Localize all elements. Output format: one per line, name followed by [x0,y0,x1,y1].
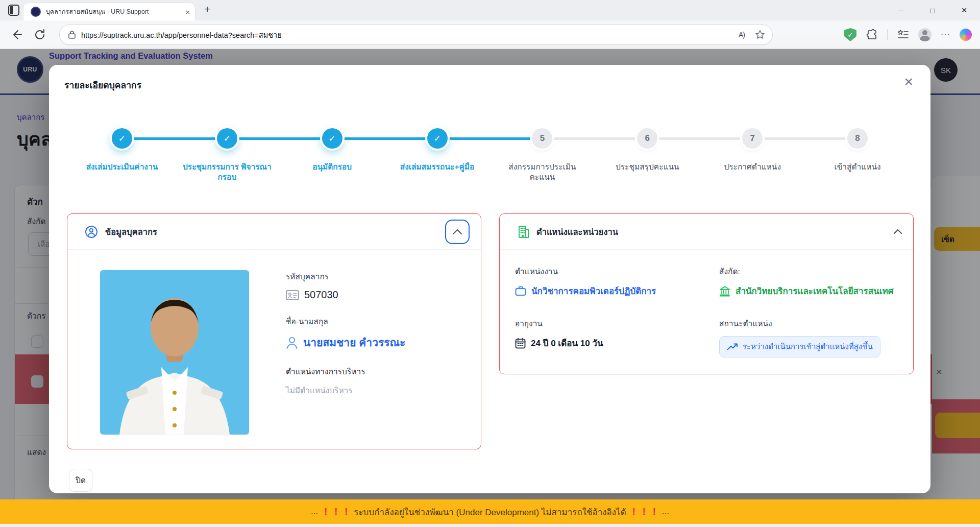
stepper-step-8: 8 เข้าสู่ตำแหน่ง [805,128,910,182]
step-label: ประชุมกรรมการ พิจารณากรอบ [182,162,272,182]
window-minimize-button[interactable]: ─ [885,0,917,20]
step-number: 7 [750,133,754,143]
modal-title: รายละเอียดบุคลากร [64,78,141,92]
tenure-value: 24 ปี 0 เดือน 10 วัน [531,336,603,350]
step-label: เข้าสู่ตำแหน่ง [834,162,880,172]
adblock-shield-icon[interactable]: ✓ [844,28,856,41]
step-circle: 7 [742,128,763,149]
personnel-name-value: นายสมชาย คำวรรณะ [303,334,405,351]
modal-close-button[interactable]: ปิด [69,469,92,492]
banner-suffix: ... [662,507,669,517]
exclamation-icon: ! [653,507,656,517]
step-label: ส่งเล่มประเมินค่างาน [86,162,158,172]
site-favicon-icon [31,7,41,17]
personnel-id-label: รหัสบุคลากร [286,270,405,283]
position-unit-card: ตำแหน่งและหน่วยงาน ตำแหน่งงาน นักวิชาการ… [499,213,914,374]
step-number: 6 [645,133,650,143]
exclamation-icon: ! [345,507,348,517]
back-icon[interactable] [9,28,23,42]
job-position-value: นักวิชาการคอมพิวเตอร์ปฏิบัติการ [531,284,656,298]
affiliation-label: สังกัด: [719,265,899,278]
favorite-star-icon[interactable] [755,30,765,40]
stepper-step-1: ✓ ส่งเล่มประเมินค่างาน [69,128,175,182]
calendar-icon [515,338,526,349]
personnel-photo [100,270,249,435]
profile-avatar-icon[interactable] [918,28,932,41]
tab-strip: บุคลากรสายสนับสนุน - URU Support × + ─ □… [0,0,980,20]
exclamation-icon: ! [632,507,635,517]
person-circle-icon [85,225,98,238]
tab-title: บุคลากรสายสนับสนุน - URU Support [46,7,173,17]
personnel-name-field: ชื่อ-นามสกุล นายสมชาย คำวรรณะ [286,315,405,351]
position-status-label: สถานะตำแหน่ง [719,317,899,330]
workspaces-icon[interactable] [8,5,19,16]
stepper-step-7: 7 ประกาศตำแหน่ง [700,128,805,182]
browser-toolbar: https://suptrack.uru.ac.th/app/personnel… [0,20,980,49]
check-icon: ✓ [433,133,440,144]
lock-icon [68,30,76,39]
stepper-step-2: ✓ ประชุมกรรมการ พิจารณากรอบ [175,128,280,182]
progress-stepper: ✓ ส่งเล่มประเมินค่างาน ✓ ประชุมกรรมการ พ… [69,128,910,182]
banner-prefix: ... [311,507,318,517]
personnel-info-card: ข้อมูลบุคลากร [67,213,481,449]
exclamation-icon: ! [324,507,327,517]
briefcase-icon [515,285,526,296]
step-circle: 5 [532,128,552,149]
step-label: ประกาศตำแหน่ง [724,162,781,172]
check-icon: ✓ [224,133,231,144]
url-bar[interactable]: https://suptrack.uru.ac.th/app/personnel… [59,25,773,45]
exclamation-icon: ! [643,507,646,517]
admin-position-field: ตำแหน่งทางการบริหาร ไม่มีตำแหน่งบริหาร [286,365,405,397]
dev-warning-banner: ... ! ! ! ระบบกำลังอยู่ในช่วงพัฒนา (Unde… [0,499,980,524]
stepper-step-3: ✓ อนุมัติกรอบ [280,128,385,182]
personnel-name-label: ชื่อ-นามสกุล [286,315,405,328]
url-text: https://suptrack.uru.ac.th/app/personnel… [81,29,739,41]
new-tab-button[interactable]: + [204,3,210,15]
window-maximize-button[interactable]: □ [917,0,948,20]
admin-position-label: ตำแหน่งทางการบริหาร [286,365,405,378]
step-label: ส่งเล่มสมรรถนะ+คู่มือ [400,162,475,172]
step-circle: ✓ [112,128,132,149]
step-circle: ✓ [322,128,342,149]
more-menu-icon[interactable]: ··· [941,30,950,39]
extensions-puzzle-icon[interactable] [866,29,878,41]
affiliation-field: สังกัด: สำนักวิทยบริการและเทคโนโลยีสารสน… [719,265,899,298]
collapse-card-button[interactable] [445,220,470,244]
tab-close-icon[interactable]: × [185,8,190,16]
card-title: ข้อมูลบุคลากร [105,225,157,238]
step-circle: 6 [637,128,657,149]
browser-window: บุคลากรสายสนับสนุน - URU Support × + ─ □… [0,0,980,527]
step-circle: ✓ [217,128,237,149]
check-icon: ✓ [118,133,126,144]
trending-up-icon [727,343,738,350]
step-circle: 8 [847,128,868,149]
tenure-field: อายุงาน 24 ปี 0 เดือน 10 วัน [515,317,719,357]
modal-close-icon[interactable]: × [904,74,913,89]
window-bottom-edge [0,524,980,527]
admin-position-value: ไม่มีตำแหน่งบริหาร [286,384,405,397]
bank-icon [719,285,730,297]
exclamation-icon: ! [334,507,337,517]
browser-tab[interactable]: บุคลากรสายสนับสนุน - URU Support × [23,3,195,20]
read-aloud-icon[interactable]: A) [739,31,745,39]
tenure-label: อายุงาน [515,317,719,330]
job-position-label: ตำแหน่งงาน [515,265,719,278]
building-icon [517,225,529,238]
step-number: 5 [540,133,545,143]
card-title: ตำแหน่งและหน่วยงาน [536,225,618,238]
stepper-step-5: 5 ส่งกรรมการประเมิน คะแนน [490,128,595,182]
stepper-step-4: ✓ ส่งเล่มสมรรถนะ+คู่มือ [385,128,490,182]
copilot-icon[interactable] [960,29,972,41]
personnel-id-value: 507030 [304,289,338,301]
refresh-icon[interactable] [33,28,47,42]
stepper-step-6: 6 ประชุมสรุปคะแนน [595,128,700,182]
collections-icon[interactable] [897,29,909,40]
step-label: ส่งกรรมการประเมิน คะแนน [497,162,587,182]
position-status-field: สถานะตำแหน่ง ระหว่างดำเนินการเข้าสู่ตำแห… [719,317,899,357]
affiliation-value: สำนักวิทยบริการและเทคโนโลยีสารสนเทศ [736,284,893,298]
window-close-button[interactable]: × [948,0,980,20]
id-card-icon [286,290,299,300]
step-label: อนุมัติกรอบ [312,162,352,172]
step-number: 8 [855,133,860,143]
collapse-chevron-icon[interactable] [894,229,902,234]
